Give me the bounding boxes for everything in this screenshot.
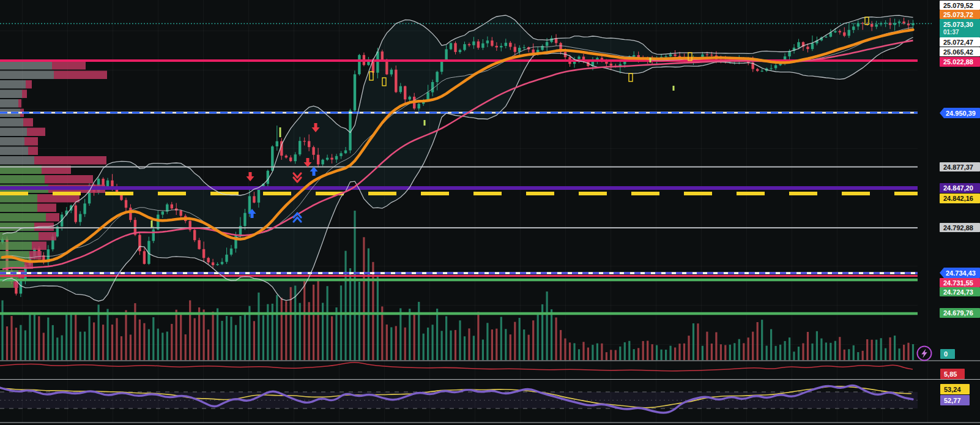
volume-profile-row bbox=[0, 118, 23, 127]
purple-line-price-label[interactable]: 24.847,20 bbox=[940, 183, 980, 193]
price-label-text: 53,24 bbox=[944, 386, 961, 393]
price-label-text: 24.950,39 bbox=[946, 110, 976, 117]
price-label-text: 25.065,42 bbox=[943, 48, 973, 56]
volume-profile-row bbox=[0, 128, 27, 137]
trading-chart-window: 25.079,5225.073,7225.073,3001:3725.072,4… bbox=[0, 0, 980, 425]
lime-candle-mark bbox=[151, 220, 153, 227]
volume-profile-row bbox=[0, 156, 34, 165]
volume-profile-row bbox=[0, 213, 46, 222]
countdown-timer: 01:37 bbox=[943, 29, 959, 36]
lime-candle-mark bbox=[673, 86, 675, 91]
price-label-text: 5,85 bbox=[944, 370, 957, 378]
price-label-text: 24.734,43 bbox=[946, 269, 976, 277]
volume-profile-row bbox=[0, 90, 22, 99]
volume-profile-row bbox=[0, 137, 24, 146]
volume-profile-row bbox=[0, 61, 52, 70]
orange-ma-price-label: 25.073,72 bbox=[940, 10, 980, 19]
price-label-text: 25.073,30 bbox=[943, 21, 973, 29]
quick-trade-button[interactable] bbox=[916, 345, 933, 362]
price-label-text: 52,77 bbox=[944, 397, 961, 404]
chart-canvas[interactable] bbox=[0, 0, 980, 425]
time-axis[interactable] bbox=[0, 421, 980, 425]
target-line-price-label[interactable]: 24.724,73 bbox=[940, 287, 980, 296]
price-label-text: 24.731,55 bbox=[943, 279, 973, 287]
alert-line-price-label-lower[interactable]: 24.734,43 bbox=[940, 268, 980, 278]
volume-profile-row bbox=[0, 147, 28, 156]
lime-candle-mark bbox=[280, 127, 281, 137]
volume-profile-row bbox=[0, 194, 37, 203]
high-price-label: 25.079,52 bbox=[940, 1, 980, 10]
rsi-value-label: 52,77 bbox=[940, 395, 970, 405]
price-label-text: 24.792,88 bbox=[943, 224, 973, 231]
stop-line-price-label[interactable]: 24.731,55 bbox=[940, 278, 980, 287]
ohlc-price-label-2: 25.065,42 bbox=[940, 47, 980, 56]
price-label-text: 0 bbox=[944, 350, 948, 358]
ohlc-price-label-1: 25.072,47 bbox=[940, 37, 980, 47]
level-line-price-label-1[interactable]: 24.877,37 bbox=[940, 162, 980, 171]
alert-line-price-label-upper[interactable]: 24.950,39 bbox=[940, 108, 980, 118]
volume-profile-row bbox=[0, 242, 32, 250]
lightning-icon bbox=[916, 345, 933, 362]
level-line-price-label-2[interactable]: 24.792,88 bbox=[940, 223, 980, 232]
volume-profile-row bbox=[0, 175, 45, 184]
price-label-text: 24.847,20 bbox=[943, 184, 973, 192]
price-label-text: 25.073,72 bbox=[943, 11, 973, 18]
volume-profile-row bbox=[0, 71, 54, 80]
price-label-text: 24.877,37 bbox=[943, 164, 973, 171]
price-label-text: 25.079,52 bbox=[943, 2, 973, 9]
lime-candle-mark bbox=[650, 58, 651, 62]
support-line-price-label[interactable]: 24.679,76 bbox=[940, 308, 980, 318]
price-label-text: 24.724,73 bbox=[943, 288, 973, 296]
volume-profile-row bbox=[0, 99, 18, 108]
atr-value-label: 5,85 bbox=[940, 369, 965, 379]
volume-zero-label: 0 bbox=[940, 349, 955, 359]
price-label-text: 24.679,76 bbox=[943, 309, 973, 317]
price-label-text: 25.022,88 bbox=[943, 58, 973, 66]
volume-profile-row bbox=[0, 204, 37, 212]
volume-profile-row bbox=[0, 223, 34, 231]
resistance-line-price-label[interactable]: 25.022,88 bbox=[940, 57, 980, 67]
lime-candle-mark bbox=[424, 120, 426, 126]
volume-profile-row bbox=[0, 80, 26, 89]
price-label-text: 25.072,47 bbox=[943, 39, 973, 46]
rsi-ma-value-label: 53,24 bbox=[940, 384, 970, 394]
yellow-line-price-label[interactable]: 24.842,16 bbox=[940, 194, 980, 203]
price-label-text: 24.842,16 bbox=[943, 195, 973, 202]
last-price-countdown-label: 25.073,3001:37 bbox=[940, 19, 980, 37]
